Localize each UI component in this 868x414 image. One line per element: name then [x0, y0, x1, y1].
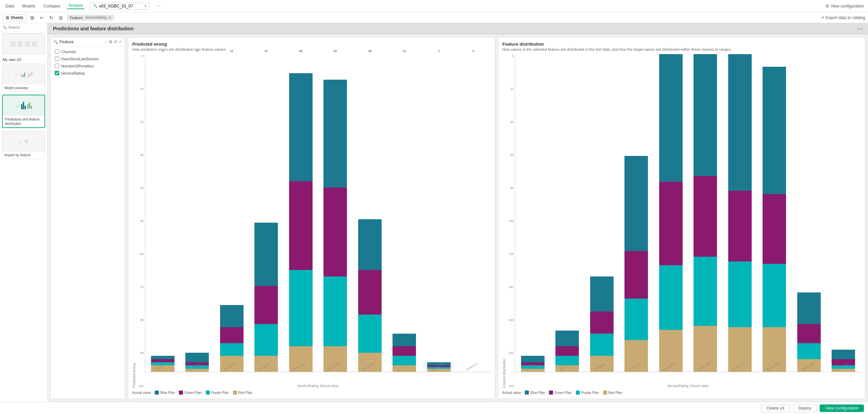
panel-settings-icon[interactable]: ⚙ — [109, 39, 113, 44]
feature-dist-chart-area: Feature distribution 200 180 160 140 120… — [502, 54, 861, 395]
content-header: Predictions and feature distribution ‹ › — [48, 23, 868, 34]
rating-checkbox[interactable] — [55, 71, 59, 75]
chevron-buttons: ‹ › — [858, 26, 863, 31]
sidebar-card-2[interactable]: ↙ 📊 📈 Model overview — [2, 64, 45, 92]
feature-dist-bars — [515, 54, 861, 372]
feature-panel-title: Feature — [60, 39, 103, 44]
legend-label-1: Actual value — [132, 391, 151, 395]
card-label-2: Model overview — [2, 84, 45, 92]
model-search-box[interactable]: 🔍 ▾ — [90, 3, 149, 10]
bar-group-1: 5 — [181, 54, 214, 372]
top-nav: Data Models Compare Analyze 🔍 ▾ ··· ⚙ Vi… — [0, 0, 868, 12]
panel-header: 🔍 Feature ··· ⚙ ✕ ✓ — [51, 37, 125, 47]
sidebar-card-4[interactable]: ↙ ⊞ Impact by feature — [2, 131, 45, 159]
dist-red-plan-swatch — [603, 391, 607, 395]
undo-icon[interactable]: ↩ — [38, 14, 45, 21]
sidebar-section-title: My own (3) — [0, 55, 47, 62]
view-configuration-button[interactable]: ⚙ View configuration — [825, 4, 864, 9]
legend-label-2: Actual value — [502, 391, 521, 395]
sidebar-search[interactable]: 🔍 — [0, 23, 47, 32]
redo-icon[interactable]: ↻ — [48, 14, 55, 21]
x-axis-title-2: ServiceRating, Actual value — [515, 384, 861, 388]
feature-item-churned[interactable]: Churned — [51, 48, 125, 55]
export-button[interactable]: ↗ Export data to catalog — [821, 15, 865, 20]
dist-bar-1 — [551, 54, 584, 372]
second-bar: ⊞ Sheets ⊠ ↩ ↻ ⊞ Feature ServiceRating ✕… — [0, 12, 868, 23]
dist-bar-5 — [689, 54, 722, 372]
close-tab-icon[interactable]: ✕ — [108, 15, 112, 20]
dist-red-plan-label: Red Plan — [608, 391, 622, 395]
dist-purple-plan-label: Purple Plan — [581, 391, 599, 395]
nav-models[interactable]: Models — [21, 4, 37, 9]
feature-distribution-panel: Feature distribution How values in the s… — [498, 37, 865, 399]
feature-item-penalties[interactable]: NumberOfPenalties — [51, 62, 125, 69]
red-plan-label: Red Plan — [238, 391, 252, 395]
x-axis-labels-2: 0≤x<2.1 2.1≤x<4.2 4.2≤x<6.3 6.3≤x<8.4 8.… — [515, 373, 861, 377]
placeholder-icon-2c: 📈 — [27, 71, 33, 77]
sheets-button[interactable]: ⊞ Sheets — [3, 14, 26, 21]
legend-blue-plan: Blue Plan — [155, 391, 175, 395]
chart-with-axes-1: Predicted wrong 100 90 80 70 60 50 40 30… — [132, 54, 491, 388]
dist-purple-plan-swatch — [576, 391, 580, 395]
settings-icon: ⚙ — [825, 4, 829, 9]
sidebar: 🔍 ⊞ ⊞ ⊞ ⊞ My own (3) ↙ 📊 📈 Model overvie… — [0, 23, 48, 402]
penalties-label: NumberOfPenalties — [61, 64, 94, 68]
feature-tab-chip[interactable]: Feature ServiceRating ✕ — [67, 15, 114, 21]
panel-more-icon[interactable]: ··· — [104, 39, 107, 44]
bars-and-x: 2 5 — [145, 54, 491, 388]
feature-item-rating[interactable]: ServiceRating — [51, 69, 125, 77]
dist-bar-6 — [723, 54, 757, 372]
dist-bar-4 — [654, 54, 688, 372]
days-checkbox[interactable] — [55, 57, 59, 61]
penalties-checkbox[interactable] — [55, 64, 59, 68]
deploy-button[interactable]: Deploy — [793, 404, 817, 412]
grid-icon[interactable]: ⊞ — [57, 14, 64, 21]
chevron-right-button[interactable]: › — [861, 26, 863, 31]
export-icon: ↗ — [821, 15, 824, 20]
panel-check-icon[interactable]: ✓ — [119, 39, 122, 44]
sidebar-card-3[interactable]: ↙ Predictions and feature distribution — [2, 95, 45, 128]
blue-plan-label: Blue Plan — [160, 391, 175, 395]
chevron-left-button[interactable]: ‹ — [858, 26, 860, 31]
mini-chart-3b — [27, 102, 32, 109]
model-search-input[interactable] — [99, 4, 143, 9]
rating-label: ServiceRating — [61, 71, 84, 75]
feature-item-days[interactable]: DaysSinceLastService — [51, 55, 125, 62]
green-plan-label: Green Plan — [184, 391, 202, 395]
placeholder-icon-2a: ↙ — [15, 71, 19, 77]
feature-search-icon: 🔍 — [53, 40, 58, 44]
view-config-main-button[interactable]: View configuration — [820, 404, 864, 412]
dist-legend-blue-plan: Blue Plan — [525, 391, 545, 395]
dist-bar-2 — [585, 54, 619, 372]
bar-group-0: 2 — [146, 54, 180, 372]
dist-green-plan-label: Green Plan — [554, 391, 572, 395]
nav-compare[interactable]: Compare — [42, 4, 62, 9]
churned-checkbox[interactable] — [55, 49, 59, 54]
feature-dist-legend: Actual value Blue Plan Green Plan Purple… — [502, 391, 861, 395]
delete-button[interactable]: Delete v3 — [761, 404, 790, 412]
purple-plan-label: Purple Plan — [211, 391, 229, 395]
dist-bar-9 — [827, 54, 861, 372]
sidebar-card-1[interactable]: ⊞ ⊞ ⊞ ⊞ — [2, 33, 45, 54]
dist-legend-red-plan: Red Plan — [603, 391, 622, 395]
legend-green-plan: Green Plan — [179, 391, 202, 395]
feature-panel: 🔍 Feature ··· ⚙ ✕ ✓ Churned — [50, 37, 125, 399]
layout-icon[interactable]: ⊠ — [29, 14, 36, 21]
nav-analyze[interactable]: Analyze — [67, 3, 84, 9]
mini-chart-3 — [21, 102, 26, 109]
sidebar-search-input[interactable] — [8, 25, 45, 29]
y-axis-1: 100 90 80 70 60 50 40 30 20 10 0 — [137, 54, 145, 388]
bar-group-2: 21 — [215, 54, 249, 372]
predicted-wrong-legend: Actual value Blue Plan Green Plan Purple… — [132, 391, 491, 395]
placeholder-icon-4a: ↙ — [19, 139, 23, 144]
placeholder-icon-1c: ⊞ — [24, 39, 30, 48]
card-thumb-3: ↙ — [3, 95, 45, 116]
nav-data[interactable]: Data — [4, 4, 15, 9]
placeholder-icon-1b: ⊞ — [17, 39, 23, 48]
dropdown-icon[interactable]: ▾ — [145, 4, 146, 8]
panel-close-icon[interactable]: ✕ — [114, 39, 117, 44]
predicted-wrong-chart-area: Predicted wrong 100 90 80 70 60 50 40 30… — [132, 54, 491, 395]
dist-bar-8 — [792, 54, 826, 372]
more-options-icon[interactable]: ··· — [156, 3, 161, 9]
dist-green-plan-swatch — [549, 391, 553, 395]
